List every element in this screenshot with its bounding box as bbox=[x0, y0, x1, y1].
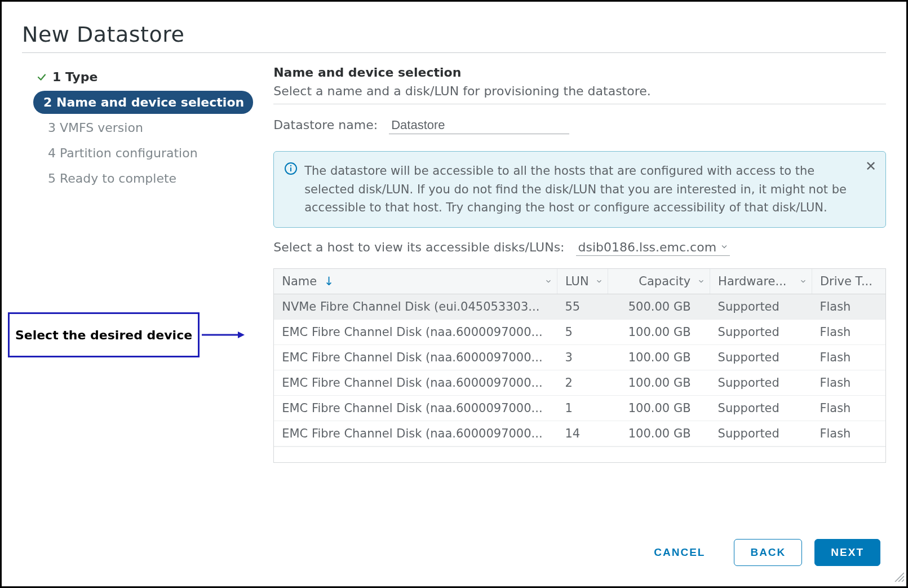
wizard-step-label: 2 Name and device selection bbox=[43, 95, 244, 109]
host-label: Select a host to view its accessible dis… bbox=[273, 240, 564, 254]
table-row[interactable]: EMC Fibre Channel Disk (naa.6000097000..… bbox=[274, 395, 885, 421]
cancel-button[interactable]: CANCEL bbox=[637, 539, 721, 566]
table-row[interactable]: NVMe Fibre Channel Disk (eui.045053303..… bbox=[274, 294, 885, 319]
info-banner: The datastore will be accessible to all … bbox=[273, 151, 886, 228]
svg-point-2 bbox=[290, 165, 291, 166]
table-row[interactable]: EMC Fibre Channel Disk (naa.6000097000..… bbox=[274, 421, 885, 446]
dialog-footer: CANCEL BACK NEXT bbox=[637, 539, 880, 566]
wizard-step-label: 5 Ready to complete bbox=[48, 171, 176, 185]
wizard-step-ready-complete[interactable]: 5 Ready to complete bbox=[33, 167, 253, 190]
cell-drive: Flash bbox=[812, 395, 885, 421]
col-label: LUN bbox=[565, 275, 589, 288]
viewport: New Datastore 1 Type 2 Name and device s… bbox=[0, 0, 908, 588]
host-select[interactable]: dsib0186.lss.emc.com bbox=[576, 239, 730, 256]
col-label: Name bbox=[282, 275, 317, 288]
datastore-name-label: Datastore name: bbox=[273, 118, 378, 132]
cell-capacity: 100.00 GB bbox=[608, 344, 710, 370]
chevron-down-icon bbox=[720, 240, 729, 254]
cell-hardware: Supported bbox=[710, 395, 812, 421]
info-icon bbox=[284, 162, 298, 181]
cell-drive: Flash bbox=[812, 370, 885, 395]
divider bbox=[22, 52, 886, 53]
table-footer bbox=[274, 446, 885, 462]
wizard-step-name-device[interactable]: 2 Name and device selection bbox=[33, 91, 253, 114]
table-header-row: Name ↓ LUN Capacity bbox=[274, 269, 885, 294]
cell-lun: 14 bbox=[557, 421, 608, 446]
cell-capacity: 500.00 GB bbox=[608, 294, 710, 319]
next-button[interactable]: NEXT bbox=[814, 539, 880, 566]
col-header-hardware[interactable]: Hardware... bbox=[710, 269, 812, 294]
datastore-name-input[interactable] bbox=[389, 117, 569, 134]
wizard-step-vmfs-version[interactable]: 3 VMFS version bbox=[33, 116, 253, 139]
annotation-arrow-icon bbox=[202, 333, 245, 337]
col-header-drive-type[interactable]: Drive T... bbox=[812, 269, 885, 294]
chevron-down-icon bbox=[799, 275, 807, 288]
cell-lun: 1 bbox=[557, 395, 608, 421]
cell-hardware: Supported bbox=[710, 344, 812, 370]
table-row[interactable]: EMC Fibre Channel Disk (naa.6000097000..… bbox=[274, 319, 885, 344]
dialog-body: 1 Type 2 Name and device selection 3 VMF… bbox=[22, 63, 886, 463]
cell-name: EMC Fibre Channel Disk (naa.6000097000..… bbox=[274, 421, 557, 446]
col-header-lun[interactable]: LUN bbox=[557, 269, 608, 294]
cell-hardware: Supported bbox=[710, 294, 812, 319]
chevron-down-icon bbox=[697, 275, 705, 288]
cell-name: EMC Fibre Channel Disk (naa.6000097000..… bbox=[274, 344, 557, 370]
annotation-text: Select the desired device bbox=[15, 328, 192, 342]
cell-hardware: Supported bbox=[710, 370, 812, 395]
cell-drive: Flash bbox=[812, 294, 885, 319]
table-row[interactable]: EMC Fibre Channel Disk (naa.6000097000..… bbox=[274, 344, 885, 370]
cell-hardware: Supported bbox=[710, 421, 812, 446]
wizard-step-label: 4 Partition configuration bbox=[48, 146, 198, 160]
col-label: Capacity bbox=[639, 275, 690, 288]
host-value: dsib0186.lss.emc.com bbox=[578, 240, 717, 254]
wizard-step-label: 3 VMFS version bbox=[48, 121, 143, 135]
annotation-callout: Select the desired device bbox=[8, 312, 200, 357]
dialog-title: New Datastore bbox=[22, 22, 886, 47]
check-icon bbox=[37, 72, 47, 82]
col-label: Hardware... bbox=[718, 275, 786, 288]
cell-drive: Flash bbox=[812, 421, 885, 446]
cell-lun: 55 bbox=[557, 294, 608, 319]
section-heading: Name and device selection bbox=[273, 65, 886, 79]
wizard-step-label: 1 Type bbox=[52, 70, 98, 84]
cell-name: EMC Fibre Channel Disk (naa.6000097000..… bbox=[274, 395, 557, 421]
sort-desc-icon: ↓ bbox=[324, 275, 334, 288]
datastore-name-row: Datastore name: bbox=[273, 117, 886, 134]
wizard-nav: 1 Type 2 Name and device selection 3 VMF… bbox=[22, 63, 253, 192]
new-datastore-dialog: New Datastore 1 Type 2 Name and device s… bbox=[0, 0, 908, 588]
wizard-step-type[interactable]: 1 Type bbox=[22, 65, 253, 89]
cell-capacity: 100.00 GB bbox=[608, 395, 710, 421]
cell-lun: 3 bbox=[557, 344, 608, 370]
back-button[interactable]: BACK bbox=[734, 539, 802, 566]
col-header-capacity[interactable]: Capacity bbox=[608, 269, 710, 294]
cell-name: NVMe Fibre Channel Disk (eui.045053303..… bbox=[274, 294, 557, 319]
divider bbox=[273, 104, 886, 104]
cell-lun: 2 bbox=[557, 370, 608, 395]
device-table: Name ↓ LUN Capacity bbox=[273, 268, 886, 463]
wizard-step-partition-config[interactable]: 4 Partition configuration bbox=[33, 142, 253, 165]
col-header-name[interactable]: Name ↓ bbox=[274, 269, 557, 294]
cell-capacity: 100.00 GB bbox=[608, 370, 710, 395]
host-selector-row: Select a host to view its accessible dis… bbox=[273, 239, 886, 256]
col-label: Drive T... bbox=[820, 275, 872, 288]
cell-name: EMC Fibre Channel Disk (naa.6000097000..… bbox=[274, 319, 557, 344]
close-icon[interactable]: ✕ bbox=[865, 160, 876, 173]
cell-capacity: 100.00 GB bbox=[608, 319, 710, 344]
cell-name: EMC Fibre Channel Disk (naa.6000097000..… bbox=[274, 370, 557, 395]
cell-drive: Flash bbox=[812, 319, 885, 344]
main-pane: Name and device selection Select a name … bbox=[273, 63, 886, 463]
resize-handle-icon[interactable] bbox=[893, 571, 904, 584]
cell-capacity: 100.00 GB bbox=[608, 421, 710, 446]
cell-drive: Flash bbox=[812, 344, 885, 370]
table-row[interactable]: EMC Fibre Channel Disk (naa.6000097000..… bbox=[274, 370, 885, 395]
chevron-down-icon bbox=[544, 275, 552, 288]
info-text: The datastore will be accessible to all … bbox=[304, 164, 847, 214]
section-subheading: Select a name and a disk/LUN for provisi… bbox=[273, 84, 886, 98]
cell-hardware: Supported bbox=[710, 319, 812, 344]
chevron-down-icon bbox=[595, 275, 603, 288]
cell-lun: 5 bbox=[557, 319, 608, 344]
